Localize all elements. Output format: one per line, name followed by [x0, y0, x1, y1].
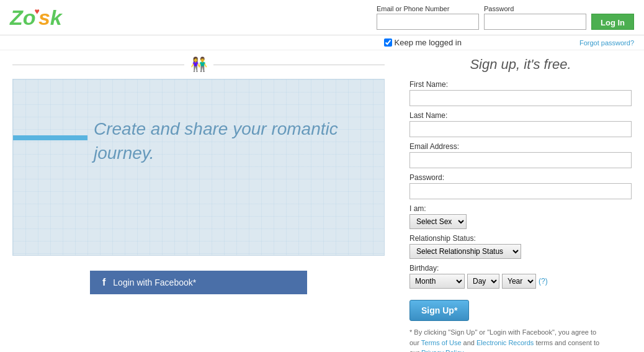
signup-password-input[interactable] [409, 183, 632, 199]
logo-o: o [23, 7, 36, 28]
signup-title: Sign up, it's free. [409, 56, 632, 73]
signup-password-label: Password: [409, 173, 632, 182]
header: Z o ♥ s k Email or Phone Number Password… [0, 0, 644, 35]
last-name-label: Last Name: [409, 111, 632, 120]
right-panel: Sign up, it's free. First Name: Last Nam… [397, 50, 644, 352]
iam-label: I am: [409, 204, 632, 213]
sex-select[interactable]: Select Sex Male Female [409, 214, 467, 229]
terms-link[interactable]: Terms of Use [421, 339, 462, 346]
divider-left [12, 65, 184, 65]
email-address-input[interactable] [409, 152, 632, 168]
facebook-button-label: Login with Facebook* [113, 278, 196, 287]
electronic-records-link[interactable]: Electronic Records [476, 339, 534, 346]
hero-tagline: Create and share your romantic journey. [94, 117, 384, 165]
facebook-login-button[interactable]: f Login with Facebook* [90, 271, 307, 294]
legal-prefix: our [409, 339, 421, 346]
day-select[interactable]: Day [467, 274, 499, 289]
password-field-group: Password [484, 5, 586, 30]
email-address-label: Email Address: [409, 142, 632, 151]
birthday-row: Month January February March April May J… [409, 274, 632, 289]
birthday-label: Birthday: [409, 264, 632, 273]
logo-k: k [50, 7, 62, 28]
login-button[interactable]: Log In [591, 14, 634, 30]
legal-line1: * By clicking "Sign Up" or "Login with F… [409, 328, 596, 336]
facebook-login-area: f Login with Facebook* [12, 271, 385, 294]
logo-heart-icon: ♥ [35, 7, 40, 16]
signup-password-group: Password: [409, 173, 632, 199]
sex-group: I am: Select Sex Male Female [409, 204, 632, 229]
birthday-help-link[interactable]: (?) [539, 277, 548, 286]
first-name-input[interactable] [409, 90, 632, 106]
email-address-group: Email Address: [409, 142, 632, 168]
first-name-group: First Name: [409, 80, 632, 106]
year-select[interactable]: Year [502, 274, 536, 289]
email-input[interactable] [377, 14, 479, 30]
legal-prefix3: our [409, 349, 421, 352]
divider-right [213, 65, 385, 65]
left-panel: 👫 Create and share your romantic journey… [0, 50, 397, 352]
privacy-policy-link[interactable]: Privacy Policy [421, 349, 463, 352]
legal-and: and [462, 339, 476, 346]
logo-s: s [38, 7, 50, 28]
month-select[interactable]: Month January February March April May J… [409, 274, 465, 289]
signup-submit-area: Sign Up* [409, 294, 632, 321]
email-field-group: Email or Phone Number [377, 5, 479, 30]
hero-image: Create and share your romantic journey. [12, 79, 385, 256]
password-input[interactable] [484, 14, 586, 30]
legal-suffix3: . [463, 349, 465, 352]
relationship-group: Relationship Status: Select Relationship… [409, 234, 632, 259]
logo: Z o ♥ s k [10, 7, 62, 28]
logo-z: Z [10, 7, 23, 28]
birthday-group: Birthday: Month January February March A… [409, 264, 632, 289]
email-label: Email or Phone Number [377, 5, 479, 12]
last-name-input[interactable] [409, 121, 632, 137]
first-name-label: First Name: [409, 80, 632, 89]
header-sub-row: Keep me logged in Forgot password? [0, 35, 644, 50]
keep-logged-label: Keep me logged in [384, 38, 462, 47]
forgot-password-link[interactable]: Forgot password? [579, 39, 634, 47]
keep-logged-checkbox[interactable] [384, 38, 392, 47]
signup-button[interactable]: Sign Up* [409, 300, 469, 321]
facebook-icon: f [102, 277, 105, 288]
header-right: Email or Phone Number Password Log In [377, 5, 634, 30]
relationship-label: Relationship Status: [409, 234, 632, 243]
legal-text: * By clicking "Sign Up" or "Login with F… [409, 327, 632, 352]
hero-accent-bar [13, 135, 87, 140]
divider-area: 👫 [0, 50, 397, 79]
couple-icon: 👫 [190, 56, 207, 73]
relationship-select[interactable]: Select Relationship Status Single Divorc… [409, 244, 521, 259]
password-label: Password [484, 5, 586, 12]
main-layout: 👫 Create and share your romantic journey… [0, 50, 644, 352]
legal-suffix2: terms and consent to [534, 339, 599, 346]
last-name-group: Last Name: [409, 111, 632, 137]
